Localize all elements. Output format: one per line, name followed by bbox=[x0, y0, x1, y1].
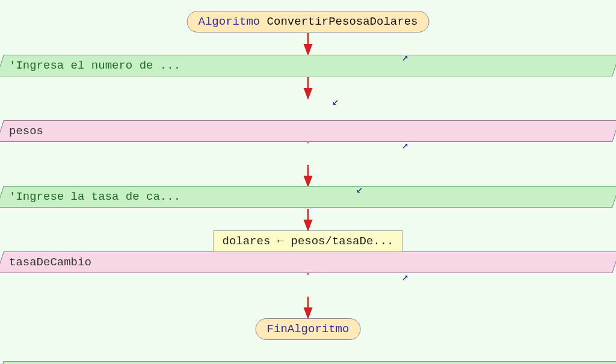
end-keyword: FinAlgoritmo bbox=[267, 322, 350, 336]
output-text: 'Ingresa el numero de ... bbox=[9, 59, 180, 72]
flowchart-canvas: Algoritmo ConvertirPesosaDolares 'Ingres… bbox=[0, 0, 616, 364]
process-step: dolares ← pesos/tasaDe... bbox=[213, 230, 402, 252]
terminal-start: Algoritmo ConvertirPesosaDolares bbox=[187, 11, 430, 32]
input-step-1: pesos bbox=[0, 120, 616, 142]
output-step-1: 'Ingresa el numero de ... bbox=[0, 55, 616, 76]
output-step-2: 'Ingrese la tasa de ca... bbox=[0, 186, 616, 208]
input-text: pesos bbox=[9, 125, 43, 138]
output-step-3: 'La cantidad en dólare... bbox=[0, 361, 616, 364]
start-keyword: Algoritmo bbox=[199, 15, 260, 28]
process-text: dolares ← pesos/tasaDe... bbox=[222, 235, 393, 248]
output-text: 'Ingrese la tasa de ca... bbox=[9, 190, 180, 203]
input-text: tasaDeCambio bbox=[9, 256, 91, 269]
input-step-2: tasaDeCambio bbox=[0, 251, 616, 273]
terminal-end: FinAlgoritmo bbox=[256, 318, 361, 340]
algorithm-name: ConvertirPesosaDolares bbox=[267, 15, 418, 28]
input-arrow-icon: ↙ bbox=[332, 94, 339, 108]
